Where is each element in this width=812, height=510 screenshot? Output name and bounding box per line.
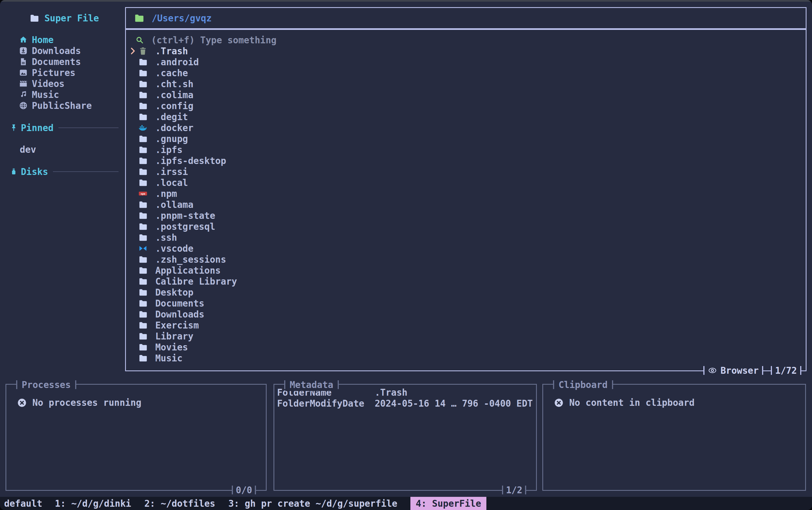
file-name: .vscode <box>155 243 194 254</box>
sidebar-nav-label: Videos <box>32 79 64 89</box>
tmux-window-label: 2: ~/dotfiles <box>144 498 215 509</box>
sidebar-nav-item[interactable]: Documents <box>8 56 123 67</box>
file-name: Documents <box>155 298 204 309</box>
metadata-key: FolderModifyDate <box>277 398 375 409</box>
sidebar-nav-label: Documents <box>32 57 81 67</box>
file-row[interactable]: .vscode <box>126 243 806 254</box>
app-title: Super File <box>8 12 123 24</box>
file-name: .zsh_sessions <box>155 254 226 265</box>
file-row[interactable]: npm .npm <box>126 188 806 199</box>
folder-icon <box>138 134 148 143</box>
file-name: .ollama <box>155 199 194 210</box>
search-input[interactable]: (ctrl+f) Type something <box>126 34 806 46</box>
download-icon <box>19 46 28 55</box>
file-row[interactable]: Downloads <box>126 309 806 320</box>
file-name: Library <box>155 331 194 342</box>
tmux-window[interactable]: 2: ~/dotfiles <box>144 497 215 510</box>
file-row[interactable]: .ssh <box>126 232 806 243</box>
file-row[interactable]: Documents <box>126 298 806 309</box>
tmux-window[interactable]: 1: ~/d/g/dinki <box>55 497 131 510</box>
pinned-item[interactable]: dev <box>8 144 123 155</box>
file-row[interactable]: .ollama <box>126 199 806 210</box>
tmux-window[interactable]: 3: gh pr create ~/d/g/superfile <box>229 497 398 510</box>
processes-counter: 0/0 <box>232 484 256 496</box>
folder-icon <box>138 57 148 67</box>
file-row[interactable]: Library <box>126 331 806 342</box>
file-row[interactable]: .gnupg <box>126 133 806 144</box>
section-divider <box>58 127 118 128</box>
file-row[interactable]: Calibre Library <box>126 276 806 287</box>
file-row[interactable]: .colima <box>126 89 806 100</box>
tmux-window-label: 3: gh pr create ~/d/g/superfile <box>229 498 398 509</box>
folder-icon <box>138 309 148 319</box>
file-name: .ipfs-desktop <box>155 155 226 166</box>
file-name: .pnpm-state <box>155 210 215 221</box>
file-row[interactable]: .local <box>126 177 806 188</box>
file-list: (ctrl+f) Type something .Trash .android … <box>126 30 806 370</box>
metadata-panel-title: Metadata <box>284 379 339 391</box>
processes-panel: Processes No processes running 0/0 <box>5 384 267 491</box>
search-icon <box>135 36 144 44</box>
file-name: .config <box>155 101 194 111</box>
sidebar: Super File Home Downloads Documents Pict… <box>8 0 123 373</box>
sidebar-nav-item[interactable]: Home <box>8 34 123 45</box>
clipboard-panel: Clipboard No content in clipboard <box>542 384 806 491</box>
folder-icon <box>138 156 148 166</box>
metadata-value: .Trash <box>375 387 407 398</box>
sidebar-nav-item[interactable]: Music <box>8 89 123 100</box>
file-name: .colima <box>155 90 194 100</box>
file-row[interactable]: .degit <box>126 111 806 122</box>
file-row[interactable]: .config <box>126 100 806 111</box>
tmux-window-label: 4: SuperFile <box>415 498 481 509</box>
panel-mode-label: Browser <box>720 365 758 376</box>
clipboard-empty-text: No content in clipboard <box>569 397 695 408</box>
file-row[interactable]: Music <box>126 353 806 364</box>
video-icon <box>19 79 28 88</box>
metadata-value: 2024-05-16 14 … 796 -0400 EDT <box>375 398 533 409</box>
vscode-icon <box>138 244 148 253</box>
picture-icon <box>19 68 28 77</box>
folder-icon <box>138 321 148 330</box>
folder-icon <box>138 211 148 220</box>
file-row[interactable]: .postgresql <box>126 221 806 232</box>
path-bar[interactable]: /Users/gvqz <box>125 7 807 29</box>
processes-panel-title: Processes <box>16 379 76 391</box>
file-row[interactable]: Applications <box>126 265 806 276</box>
sidebar-nav-item[interactable]: PublicShare <box>8 100 123 111</box>
file-row[interactable]: .irssi <box>126 166 806 177</box>
file-row[interactable]: .pnpm-state <box>126 210 806 221</box>
sidebar-nav-label: PublicShare <box>32 100 92 111</box>
folder-icon <box>138 277 148 286</box>
tmux-window[interactable]: 4: SuperFile <box>410 497 486 510</box>
app-title-label: Super File <box>45 13 99 24</box>
footer-gap <box>763 364 771 377</box>
file-name: .android <box>155 57 199 67</box>
file-row[interactable]: .Trash <box>126 46 806 57</box>
tick <box>338 380 339 389</box>
sidebar-nav-item[interactable]: Videos <box>8 78 123 89</box>
file-row[interactable]: .zsh_sessions <box>126 254 806 265</box>
file-position-counter: 1/72 <box>772 364 800 377</box>
tmux-status-bar: default 1: ~/d/g/dinki 2: ~/dotfiles 3: … <box>0 497 812 510</box>
folder-icon <box>138 145 148 154</box>
file-row[interactable]: .android <box>126 57 806 67</box>
file-name: Movies <box>155 342 188 353</box>
svg-text:npm: npm <box>141 192 145 195</box>
file-row[interactable]: Movies <box>126 342 806 353</box>
file-row[interactable]: .ipfs-desktop <box>126 155 806 166</box>
sidebar-nav-item[interactable]: Pictures <box>8 67 123 78</box>
file-row[interactable]: Exercism <box>126 320 806 331</box>
tmux-session-name: default <box>4 498 42 509</box>
file-row[interactable]: .docker <box>126 122 806 133</box>
file-row[interactable]: .ipfs <box>126 144 806 155</box>
selection-cursor-icon <box>128 47 138 55</box>
folder-icon <box>138 233 148 242</box>
file-row[interactable]: .cache <box>126 67 806 79</box>
sidebar-nav-label: Music <box>32 89 59 100</box>
folder-icon <box>138 200 148 209</box>
usb-icon <box>9 167 18 176</box>
pin-icon <box>9 123 18 132</box>
file-row[interactable]: .cht.sh <box>126 79 806 89</box>
sidebar-nav-item[interactable]: Downloads <box>8 45 123 56</box>
file-row[interactable]: Desktop <box>126 287 806 298</box>
